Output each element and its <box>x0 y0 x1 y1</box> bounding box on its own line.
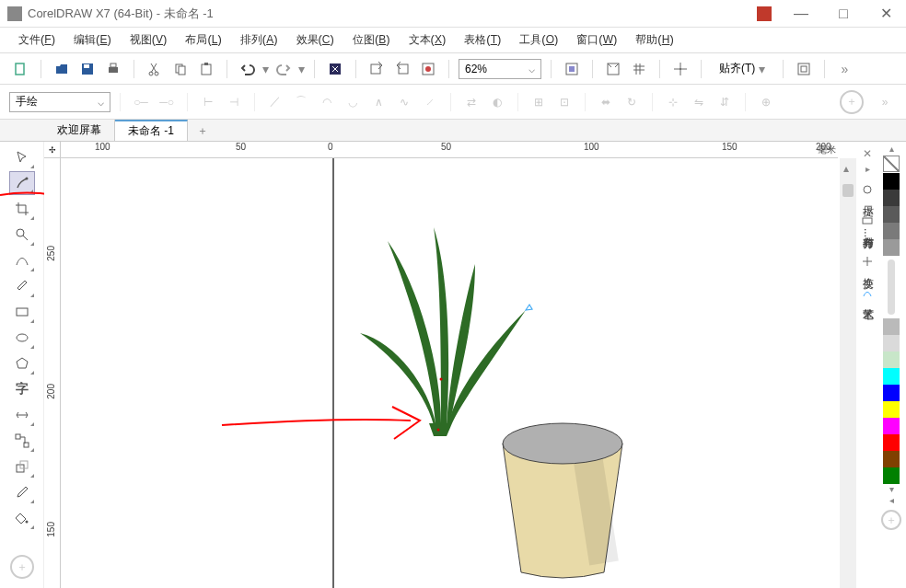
user-badge-icon[interactable] <box>757 6 772 21</box>
menu-text[interactable]: 文本(X) <box>400 29 456 52</box>
svg-rect-24 <box>17 308 28 316</box>
minimize-button[interactable]: — <box>788 5 814 23</box>
docker-expand-icon[interactable]: ▸ <box>865 164 870 174</box>
vertical-ruler[interactable]: 250 200 150 <box>44 158 61 588</box>
menu-arrange[interactable]: 排列(A) <box>231 29 287 52</box>
open-icon[interactable] <box>51 58 73 80</box>
save-icon[interactable] <box>76 58 99 80</box>
overflow2-icon[interactable]: » <box>873 90 897 114</box>
zoom-tool-icon[interactable] <box>9 223 35 247</box>
new-icon[interactable] <box>9 58 31 80</box>
publish-icon[interactable] <box>417 58 439 80</box>
rectangle-tool-icon[interactable] <box>9 300 35 324</box>
overflow-icon[interactable]: » <box>834 58 856 80</box>
maximize-button[interactable]: □ <box>830 5 856 23</box>
parallel-dim-icon[interactable] <box>9 403 35 427</box>
redo-icon[interactable] <box>273 58 295 80</box>
docker-close-icon[interactable]: ✕ <box>856 145 878 162</box>
curve-tool-icon[interactable] <box>9 248 35 272</box>
menu-help[interactable]: 帮助(H) <box>626 29 682 52</box>
menu-tools[interactable]: 工具(O) <box>510 29 567 52</box>
color-swatch[interactable] <box>883 368 900 385</box>
toolbox-add-button[interactable]: ＋ <box>10 555 34 579</box>
snap-dropdown[interactable]: 贴齐(T) ▾ <box>711 58 773 79</box>
color-swatch[interactable] <box>883 190 900 206</box>
crosshair-icon[interactable] <box>669 58 691 80</box>
menu-view[interactable]: 视图(V) <box>121 29 177 52</box>
docker-tab-artistic[interactable]: 艺术笔 <box>857 279 878 308</box>
crop-tool-icon[interactable] <box>9 197 35 221</box>
color-swatch[interactable] <box>883 385 900 401</box>
search-icon[interactable] <box>324 58 346 80</box>
palette-add-button[interactable]: ＋ <box>881 510 901 530</box>
color-swatch[interactable] <box>883 206 900 223</box>
print-icon[interactable] <box>102 58 124 80</box>
color-swatch[interactable] <box>883 173 900 190</box>
color-swatch[interactable] <box>883 451 900 467</box>
drawing-canvas[interactable] <box>61 158 838 588</box>
connector-tool-icon[interactable] <box>9 429 35 453</box>
zoom-level-input[interactable]: 62%⌵ <box>459 59 541 79</box>
paste-icon[interactable] <box>195 58 217 80</box>
menu-window[interactable]: 窗口(W) <box>567 29 626 52</box>
effects-tool-icon[interactable] <box>9 455 35 478</box>
no-color-swatch[interactable] <box>883 156 900 172</box>
docker-tab-transform[interactable]: 变换 <box>857 248 878 277</box>
vertical-scrollbar[interactable]: ▴ <box>840 158 856 588</box>
color-swatch[interactable] <box>883 434 900 451</box>
cusp-icon: ∧ <box>367 91 389 113</box>
palette-slider[interactable] <box>888 259 895 315</box>
fill-tool-icon[interactable] <box>9 506 35 530</box>
text-tool-icon[interactable]: 字 <box>9 377 35 401</box>
docker-tab-hints[interactable]: 提示 <box>857 176 878 205</box>
copy-icon[interactable] <box>169 58 192 80</box>
menu-bitmap[interactable]: 位图(B) <box>343 29 400 52</box>
close-button[interactable]: ✕ <box>873 5 899 23</box>
menu-edit[interactable]: 编辑(E) <box>64 29 121 52</box>
color-swatch[interactable] <box>883 401 900 418</box>
toolbox: 字 ＋ <box>0 142 44 588</box>
artistic-media-icon[interactable] <box>9 274 35 298</box>
svg-point-19 <box>680 68 681 70</box>
add-tab-button[interactable]: ＋ <box>188 120 217 141</box>
tool-preset-dropdown[interactable]: 手绘⌵ <box>9 92 110 112</box>
color-swatch[interactable] <box>883 418 900 434</box>
menu-layout[interactable]: 布局(L) <box>176 29 230 52</box>
horizontal-ruler[interactable]: 100 50 0 50 100 150 200 毫米 <box>61 142 838 158</box>
palette-menu-icon[interactable]: ◂ <box>885 495 898 506</box>
eyedropper-tool-icon[interactable] <box>9 480 35 504</box>
scroll-thumb[interactable] <box>842 184 854 197</box>
tab-document[interactable]: 未命名 -1 <box>115 120 188 141</box>
palette-down-icon[interactable]: ▾ <box>885 484 898 495</box>
polygon-tool-icon[interactable] <box>9 352 35 375</box>
palette-up-icon[interactable]: ▴ <box>885 144 898 155</box>
docker-tab-align[interactable]: 对齐与分布... <box>857 207 878 246</box>
fullscreen-icon[interactable] <box>561 58 583 80</box>
snap-bounds-icon[interactable] <box>602 58 624 80</box>
curve-icon: ⌒ <box>290 91 312 113</box>
cut-icon[interactable] <box>144 58 166 80</box>
color-swatch[interactable] <box>883 223 900 239</box>
tab-welcome[interactable]: 欢迎屏幕 <box>44 120 115 141</box>
color-swatch[interactable] <box>883 318 900 335</box>
undo-icon[interactable] <box>237 58 259 80</box>
color-swatch[interactable] <box>883 467 900 484</box>
import-icon[interactable] <box>366 58 388 80</box>
ellipse-tool-icon[interactable] <box>9 326 35 350</box>
ruler-origin-icon[interactable]: ✢ <box>44 142 61 158</box>
add-plus-button[interactable]: ＋ <box>840 90 864 114</box>
color-swatch[interactable] <box>883 352 900 368</box>
scroll-up-icon[interactable]: ▴ <box>843 162 849 175</box>
color-swatch[interactable] <box>883 239 900 256</box>
pick-tool-icon[interactable] <box>9 145 35 169</box>
menu-table[interactable]: 表格(T) <box>455 29 510 52</box>
pot-artwork[interactable] <box>494 416 632 582</box>
color-swatch[interactable] <box>883 335 900 352</box>
app-logo-icon <box>7 6 22 21</box>
export-icon[interactable] <box>391 58 413 80</box>
menu-effects[interactable]: 效果(C) <box>287 29 343 52</box>
menu-file[interactable]: 文件(F) <box>9 29 64 52</box>
grid-icon[interactable] <box>628 58 650 80</box>
options-icon[interactable] <box>793 58 815 80</box>
svg-rect-8 <box>179 66 185 75</box>
